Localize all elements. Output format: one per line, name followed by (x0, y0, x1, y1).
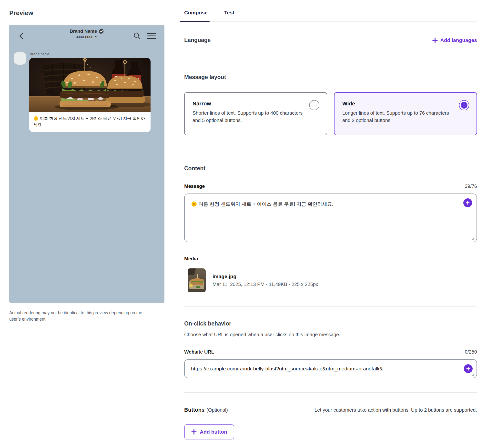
url-char-counter: 0/250 (465, 349, 477, 355)
chat-preview: Brand Name 0000-0000 Brand name (9, 25, 164, 303)
preview-panel-column: Preview Brand Name 0000-0000 (9, 0, 164, 323)
divider (184, 392, 477, 393)
radio-narrow[interactable] (309, 100, 319, 110)
chat-brand-name: Brand Name (70, 29, 97, 34)
message-textarea-value: 🌞 여름 한정 샌드위치 세트 + 아이스 음료 무료! 지금 확인하세요. (185, 194, 477, 242)
media-label: Media (184, 256, 477, 262)
message-label: Message (184, 183, 205, 189)
add-button-label: Add button (200, 429, 227, 435)
composer-form-column: Compose Test Language Add languages Mess… (184, 0, 477, 439)
insert-variable-button[interactable] (464, 364, 473, 373)
divider (184, 151, 477, 151)
chat-message-row: Brand name (9, 51, 164, 132)
media-file-info: image.jpg Mar 11, 2025, 12:13 PM - 11.49… (213, 274, 318, 287)
layout-option-wide[interactable]: Wide Longer lines of text. Supports up t… (334, 92, 477, 135)
burger-photo (29, 58, 151, 112)
message-layout-heading: Message layout (184, 74, 477, 81)
preview-disclaimer: Actual rendering may not be identical to… (9, 310, 151, 323)
layout-option-title: Wide (342, 101, 469, 107)
onclick-heading: On-click behavior (184, 320, 477, 327)
sender-name: Brand name (30, 52, 151, 56)
media-file-row: image.jpg Mar 11, 2025, 12:13 PM - 11.49… (188, 268, 477, 292)
url-field-header: Website URL 0/250 (184, 349, 477, 355)
media-file-meta: Mar 11, 2025, 12:13 PM - 11.49KB - 225 x… (213, 282, 318, 287)
preview-title: Preview (9, 9, 164, 17)
message-field-header: Message 39/76 (184, 183, 477, 189)
tab-compose[interactable]: Compose (184, 10, 208, 21)
layout-option-narrow[interactable]: Narrow Shorter lines of text. Supports u… (184, 92, 327, 135)
buttons-description: Let your customers take action with butt… (315, 407, 477, 413)
message-char-counter: 39/76 (465, 183, 477, 189)
add-languages-label: Add languages (440, 37, 477, 43)
chat-phone-number: 0000-0000 (76, 35, 93, 39)
insert-variable-button[interactable] (463, 198, 472, 207)
add-button[interactable]: Add button (184, 424, 234, 439)
brandtalk-composer-page: Preview Brand Name 0000-0000 (0, 0, 487, 448)
message-bubble: 🌞 여름 한정 샌드위치 세트 + 아이스 음료 무료! 지금 확인하세요. (29, 58, 151, 132)
tab-bar: Compose Test (184, 0, 477, 22)
chat-title-block: Brand Name 0000-0000 (9, 29, 164, 39)
plus-icon (465, 200, 470, 205)
plus-icon (466, 366, 471, 371)
message-bubble-text: 🌞 여름 한정 샌드위치 세트 + 아이스 음료 무료! 지금 확인하세요. (29, 112, 151, 132)
search-icon (133, 32, 141, 40)
hamburger-menu-icon (147, 33, 156, 39)
website-url-label: Website URL (184, 349, 214, 355)
buttons-section-header: Buttons(Optional) Let your customers tak… (184, 407, 477, 413)
chat-header: Brand Name 0000-0000 (9, 25, 164, 48)
resize-handle[interactable] (471, 372, 475, 376)
sandwich-thumbnail-image (188, 268, 206, 292)
media-file-name: image.jpg (213, 274, 318, 279)
tab-test[interactable]: Test (224, 10, 234, 21)
buttons-heading: Buttons (184, 407, 204, 413)
layout-option-description: Shorter lines of text. Supports up to 40… (193, 109, 307, 124)
resize-handle[interactable] (471, 236, 475, 240)
layout-option-title: Narrow (193, 101, 319, 107)
content-heading: Content (184, 165, 477, 172)
website-url-value: https://example.com/r/pork-belly-blast?u… (191, 366, 383, 372)
language-section: Language Add languages (184, 37, 477, 43)
divider (184, 59, 477, 59)
plus-icon (191, 429, 197, 435)
layout-option-description: Longer lines of text. Supports up to 76 … (342, 109, 457, 124)
divider (184, 306, 477, 307)
plus-icon (432, 38, 438, 43)
add-languages-button[interactable]: Add languages (432, 37, 477, 43)
avatar (14, 52, 26, 65)
message-textarea[interactable]: 🌞 여름 한정 샌드위치 세트 + 아이스 음료 무료! 지금 확인하세요. (184, 193, 477, 242)
verified-badge-icon (99, 29, 104, 34)
onclick-description: Choose what URL is opened when a user cl… (184, 332, 477, 337)
message-layout-options: Narrow Shorter lines of text. Supports u… (184, 92, 477, 135)
chevron-down-icon (94, 36, 98, 38)
language-heading: Language (184, 37, 211, 43)
radio-wide[interactable] (459, 100, 469, 110)
media-thumbnail[interactable] (188, 268, 206, 292)
buttons-optional-label: (Optional) (206, 407, 228, 413)
website-url-input[interactable]: https://example.com/r/pork-belly-blast?u… (184, 359, 477, 378)
